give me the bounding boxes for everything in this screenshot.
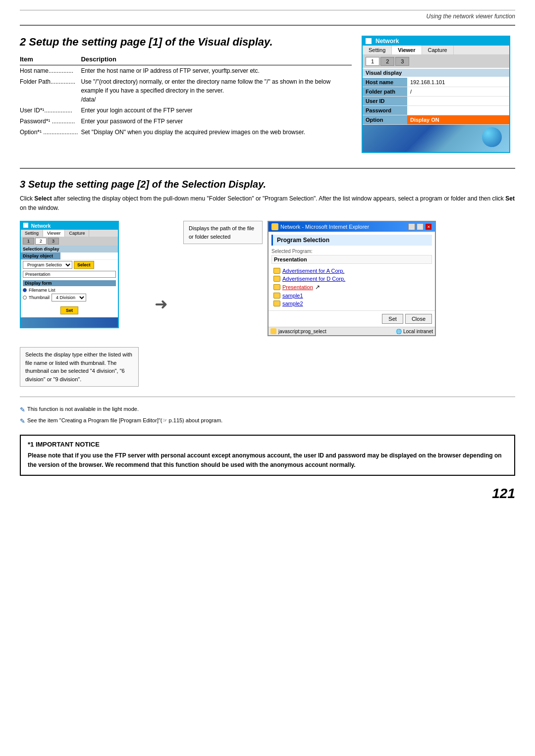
selection-display-label: Selection display [21, 246, 118, 252]
panel-image-preview [363, 125, 509, 152]
table-row: Password*¹ .............. Enter your pas… [20, 116, 352, 127]
panel-row-option: Option Display ON [363, 115, 509, 125]
ie-selected-value: Presentation [271, 255, 432, 264]
tab-setting[interactable]: Setting [363, 46, 392, 54]
page-header: Using the network viewer function [20, 10, 515, 20]
ie-window: Network - Microsoft Internet Explorer _ … [268, 221, 436, 336]
small-tab-capture[interactable]: Capture [65, 230, 89, 237]
intranet-globe-icon: 🌐 [396, 329, 402, 334]
note-1: ✎ This function is not available in the … [20, 405, 515, 415]
ie-close-button[interactable]: Close [405, 314, 432, 324]
preview-orb [482, 127, 502, 147]
note-icon: ✎ [20, 405, 25, 415]
display-form-section: Display form Filename List Thumbnail 4 D… [21, 279, 118, 303]
subtab-2[interactable]: 2 [380, 57, 394, 66]
bottom-callout: Selects the display type either the list… [20, 347, 139, 387]
ie-titlebar: Network - Microsoft Internet Explorer _ … [268, 222, 435, 232]
list-link[interactable]: Advertisement for A Corp. [282, 268, 344, 274]
ie-set-button[interactable]: Set [382, 314, 403, 324]
net-panel-small-title: Network [21, 222, 118, 230]
ie-content: Program Selection Selected Program: Pres… [268, 232, 435, 310]
program-name-row [21, 270, 118, 279]
folder-icon [273, 276, 280, 282]
ie-minimize-btn[interactable]: _ [408, 223, 415, 230]
arrow-container: ➜ [149, 221, 173, 387]
ie-status-icon [270, 328, 276, 334]
network-panel-section2: Network Setting Viewer Capture 1 2 3 Vis… [362, 36, 510, 153]
net-panel-small-tabs: Setting Viewer Capture [21, 230, 118, 237]
section3-content: Network Setting Viewer Capture 1 2 3 Sel… [20, 221, 515, 387]
panel-row-folderpath: Folder path / [363, 87, 509, 97]
display-object-controls: Program Selection Select [21, 260, 118, 270]
program-name-input[interactable] [23, 271, 116, 278]
network-tabs: Setting Viewer Capture [363, 46, 509, 55]
cursor-icon: ↗ [315, 284, 320, 291]
table-row: Host name............... Enter the host … [20, 65, 352, 77]
small-subtab-2[interactable]: 2 [35, 238, 47, 245]
table-row: Folder Path............... Use "/"(root … [20, 76, 352, 105]
col-item: Item [20, 54, 81, 65]
select-button[interactable]: Select [74, 261, 94, 269]
filename-radio-dot [23, 288, 27, 292]
folder-icon [273, 293, 280, 299]
list-item: sample1 [271, 292, 432, 300]
small-tab-viewer[interactable]: Viewer [43, 230, 65, 237]
arrow-icon: ➜ [155, 295, 168, 313]
col-desc: Description [81, 54, 352, 65]
thumbnail-radio-dot [23, 296, 27, 300]
important-notice: *1 IMPORTANT NOTICE Please note that if … [20, 435, 515, 476]
table-row: User ID*¹................. Enter your lo… [20, 105, 352, 116]
ie-window-controls[interactable]: _ □ ✕ [408, 223, 432, 230]
subtab-1[interactable]: 1 [366, 57, 379, 66]
ie-program-title: Program Selection [271, 235, 432, 246]
list-link[interactable]: Advertisement for D Corp. [282, 276, 345, 282]
small-subtab-3[interactable]: 3 [48, 238, 59, 245]
list-link[interactable]: sample1 [282, 293, 303, 299]
ie-close-btn[interactable]: ✕ [425, 223, 432, 230]
tab-viewer[interactable]: Viewer [392, 46, 422, 54]
path-callout: Displays the path of the file or folder … [183, 221, 263, 244]
list-item: Advertisement for D Corp. [271, 275, 432, 283]
visual-display-label: Visual display [363, 69, 509, 77]
small-tab-setting[interactable]: Setting [21, 230, 43, 237]
list-item: sample2 [271, 300, 432, 307]
network-panel-title: Network [363, 37, 509, 46]
section3-title: 3 Setup the setting page [2] of the Sele… [20, 179, 515, 190]
panel-row-userid: User ID [363, 97, 509, 106]
division-dropdown[interactable]: 4 Division [52, 294, 86, 302]
network-subtabs: 1 2 3 [363, 55, 509, 68]
network-panel-section3: Network Setting Viewer Capture 1 2 3 Sel… [20, 221, 119, 328]
description-table: Item Description Host name..............… [20, 54, 352, 138]
list-item: Advertisement for A Corp. [271, 267, 432, 275]
subtab-3[interactable]: 3 [395, 57, 409, 66]
small-subtab-1[interactable]: 1 [23, 238, 34, 245]
panel-row-password: Password [363, 106, 509, 115]
list-item: Presentation ↗ [271, 283, 432, 292]
net-panel-small-subtabs: 1 2 3 [21, 237, 118, 246]
ie-title-icon [271, 223, 278, 230]
ie-statusbar: javascript:prog_select 🌐 Local intranet [268, 327, 435, 335]
filename-list-radio[interactable]: Filename List [23, 287, 116, 293]
display-object-label: Display object [21, 252, 60, 259]
folder-icon [273, 268, 280, 274]
folder-icon [273, 284, 280, 290]
important-title: *1 IMPORTANT NOTICE [28, 441, 507, 448]
display-object-row: Display object [21, 252, 118, 260]
set-button[interactable]: Set [60, 306, 78, 314]
display-form-label: Display form [23, 280, 116, 286]
program-selection-dropdown[interactable]: Program Selection [23, 261, 72, 269]
table-row: Option*¹ ..................... Set "Disp… [20, 127, 352, 138]
list-link[interactable]: sample2 [282, 301, 303, 306]
section2-title: 2 Setup the setting page [1] of the Visu… [20, 36, 352, 49]
notes-section: ✎ This function is not available in the … [20, 405, 515, 427]
tab-capture[interactable]: Capture [422, 46, 454, 54]
note-icon: ✎ [20, 416, 25, 427]
ie-maximize-btn[interactable]: □ [417, 223, 424, 230]
list-link-active[interactable]: Presentation [282, 284, 313, 290]
page-number: 121 [20, 486, 515, 502]
folder-icon [273, 301, 280, 306]
panel-row-hostname: Host name 192.168.1.101 [363, 78, 509, 87]
ie-intranet-status: 🌐 Local intranet [396, 329, 433, 334]
thumbnail-radio[interactable]: Thumbnail 4 Division [23, 293, 116, 302]
ie-footer-buttons: Set Close [268, 310, 435, 327]
